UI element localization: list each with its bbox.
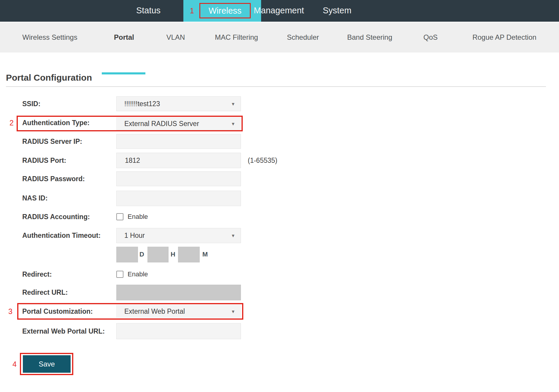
portal-customization-label: Portal Customization:	[22, 307, 115, 316]
top-nav-management[interactable]: Management	[254, 0, 304, 21]
portal-customization-dropdown[interactable]: External Web Portal ▼	[116, 305, 241, 318]
radius-port-label: RADIUS Port:	[22, 156, 115, 165]
radius-server-ip-label: RADIUS Server IP:	[22, 137, 115, 146]
auth-type-dropdown[interactable]: External RADIUS Server ▼	[116, 117, 241, 130]
annotation-box-wireless: Wireless	[199, 3, 251, 18]
radius-port-input[interactable]	[116, 153, 241, 168]
nas-id-label: NAS ID:	[22, 193, 115, 203]
auth-type-label: Authentication Type:	[22, 118, 115, 128]
tab-wireless-settings[interactable]: Wireless Settings	[22, 22, 77, 52]
tab-qos[interactable]: QoS	[423, 22, 438, 52]
redirect-label: Redirect:	[22, 270, 115, 279]
radius-server-ip-input[interactable]	[116, 134, 241, 149]
auth-timeout-value: 1 Hour	[117, 232, 145, 240]
dropdown-arrow-icon: ▼	[231, 121, 235, 126]
external-web-portal-url-input[interactable]	[116, 323, 241, 339]
portal-customization-value: External Web Portal	[117, 307, 185, 315]
tab-portal[interactable]: Portal	[114, 22, 134, 52]
dropdown-arrow-icon: ▼	[231, 309, 235, 314]
ssid-label: SSID:	[22, 99, 115, 109]
unit-days-label: D	[139, 250, 144, 259]
redirect-url-label: Redirect URL:	[22, 288, 115, 297]
top-nav-status[interactable]: Status	[136, 0, 161, 21]
radius-accounting-label: RADIUS Accounting:	[22, 212, 115, 222]
annotation-step-2: 2	[9, 118, 14, 128]
dropdown-arrow-icon: ▼	[231, 101, 235, 106]
tab-vlan[interactable]: VLAN	[166, 22, 185, 52]
annotation-step-3: 3	[8, 307, 12, 316]
radius-accounting-enable-label: Enable	[128, 212, 148, 221]
timeout-hours-input	[147, 247, 169, 262]
radius-password-input[interactable]	[116, 171, 241, 186]
section-divider	[6, 86, 546, 87]
ssid-value: !!!!!!!test123	[117, 100, 160, 108]
timeout-days-input	[116, 247, 138, 262]
tab-band-steering[interactable]: Band Steering	[347, 22, 392, 52]
nas-id-input[interactable]	[116, 191, 241, 206]
timeout-minutes-input	[178, 247, 200, 262]
auth-timeout-dropdown[interactable]: 1 Hour ▼	[116, 228, 241, 243]
redirect-url-input	[116, 285, 241, 300]
radius-password-label: RADIUS Password:	[22, 174, 115, 184]
dropdown-arrow-icon: ▼	[231, 233, 235, 238]
tab-scheduler[interactable]: Scheduler	[287, 22, 319, 52]
top-nav-wireless-active-tab[interactable]: 1 Wireless	[183, 0, 261, 22]
tab-rogue-ap-detection[interactable]: Rogue AP Detection	[472, 22, 536, 52]
radius-port-hint: (1-65535)	[248, 156, 277, 165]
annotation-step-4: 4	[12, 359, 17, 369]
ssid-dropdown[interactable]: !!!!!!!test123 ▼	[116, 96, 241, 111]
annotation-step-1: 1	[190, 0, 194, 22]
top-nav-system[interactable]: System	[323, 0, 352, 21]
top-nav-wireless-label: Wireless	[209, 6, 242, 16]
redirect-enable-label: Enable	[128, 270, 148, 279]
page-title: Portal Configuration	[6, 73, 92, 83]
radius-accounting-checkbox[interactable]	[116, 213, 123, 220]
active-tab-underline	[102, 72, 145, 74]
unit-minutes-label: M	[202, 250, 208, 259]
unit-hours-label: H	[171, 250, 175, 259]
external-web-portal-url-label: External Web Portal URL:	[22, 326, 115, 336]
auth-type-value: External RADIUS Server	[117, 120, 199, 128]
top-nav-bar: Status 1 Wireless Management System	[0, 0, 559, 22]
sub-nav-bar: Wireless Settings Portal VLAN MAC Filter…	[0, 22, 559, 52]
tab-mac-filtering[interactable]: MAC Filtering	[215, 22, 258, 52]
redirect-checkbox[interactable]	[116, 271, 123, 278]
auth-timeout-label: Authentication Timeout:	[22, 231, 115, 240]
save-button[interactable]: Save	[23, 355, 71, 373]
